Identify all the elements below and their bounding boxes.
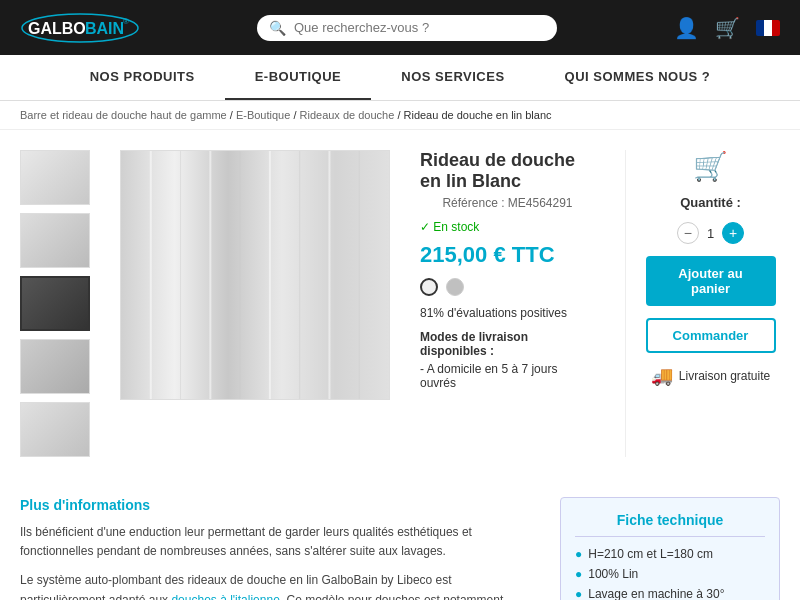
breadcrumb-current: Rideau de douche en lin blanc — [404, 109, 552, 121]
cart-icon-large: 🛒 — [693, 150, 728, 183]
header-icons: 👤 🛒 — [674, 16, 780, 40]
delivery-truck-icon: 🚚 — [651, 365, 673, 387]
more-info-section: Plus d'informations Ils bénéficient d'un… — [0, 477, 800, 600]
color-option-white[interactable] — [420, 278, 438, 296]
quantity-label: Quantité : — [680, 195, 741, 210]
thumbnail-list — [20, 150, 100, 457]
free-delivery: 🚚 Livraison gratuite — [651, 365, 770, 387]
stock-status: En stock — [420, 220, 595, 234]
nav-item-eboutique[interactable]: E-BOUTIQUE — [225, 55, 372, 100]
thumbnail-4[interactable] — [20, 339, 90, 394]
free-delivery-label: Livraison gratuite — [679, 369, 770, 383]
cart-panel: 🛒 Quantité : − 1 + Ajouter au panier Com… — [625, 150, 780, 457]
tech-sheet-title: Fiche technique — [575, 512, 765, 537]
delivery-title: Modes de livraison disponibles : — [420, 330, 595, 358]
ratings: 81% d'évaluations positives — [420, 306, 595, 320]
product-title: Rideau de douche en lin Blanc — [420, 150, 595, 192]
search-icon: 🔍 — [269, 20, 286, 36]
cart-icon[interactable]: 🛒 — [715, 16, 740, 40]
breadcrumb: Barre et rideau de douche haut de gamme … — [0, 101, 800, 130]
tech-sheet: Fiche technique ● H=210 cm et L=180 cm ●… — [560, 497, 780, 600]
quantity-control: − 1 + — [677, 222, 744, 244]
more-info-para-1: Ils bénéficient d'une enduction leur per… — [20, 523, 540, 561]
thumbnail-2[interactable] — [20, 213, 90, 268]
svg-text:BAIN: BAIN — [85, 20, 124, 37]
tech-item-1: ● H=210 cm et L=180 cm — [575, 547, 765, 561]
thumbnail-5[interactable] — [20, 402, 90, 457]
logo: GALBO BAIN ® — [20, 10, 140, 45]
flag-icon[interactable] — [756, 20, 780, 36]
header: GALBO BAIN ® 🔍 👤 🛒 — [0, 0, 800, 55]
product-price: 215,00 € TTC — [420, 242, 595, 268]
svg-rect-5 — [121, 151, 389, 399]
product-section: Rideau de douche en lin Blanc Référence … — [0, 130, 800, 477]
user-icon[interactable]: 👤 — [674, 16, 699, 40]
more-info-text: Plus d'informations Ils bénéficient d'un… — [20, 497, 540, 600]
italian-shower-link[interactable]: douches à l'italienne — [171, 593, 279, 600]
tech-bullet-1: ● — [575, 547, 582, 561]
quantity-increase-button[interactable]: + — [722, 222, 744, 244]
quantity-value: 1 — [707, 226, 714, 241]
color-options — [420, 278, 595, 296]
commander-button[interactable]: Commander — [646, 318, 776, 353]
svg-text:GALBO: GALBO — [28, 20, 86, 37]
quantity-decrease-button[interactable]: − — [677, 222, 699, 244]
thumbnail-3[interactable] — [20, 276, 90, 331]
nav-item-produits[interactable]: NOS PRODUITS — [60, 55, 225, 100]
breadcrumb-link-1[interactable]: Barre et rideau de douche haut de gamme — [20, 109, 227, 121]
breadcrumb-link-2[interactable]: E-Boutique — [236, 109, 290, 121]
breadcrumb-link-3[interactable]: Rideaux de douche — [300, 109, 395, 121]
thumbnail-1[interactable] — [20, 150, 90, 205]
main-product-image — [120, 150, 390, 457]
search-input[interactable] — [294, 20, 545, 35]
product-reference: Référence : ME4564291 — [420, 196, 595, 210]
tech-bullet-3: ● — [575, 587, 582, 600]
search-bar[interactable]: 🔍 — [257, 15, 557, 41]
navigation: NOS PRODUITS E-BOUTIQUE NOS SERVICES QUI… — [0, 55, 800, 101]
more-info-title: Plus d'informations — [20, 497, 540, 513]
product-details: Rideau de douche en lin Blanc Référence … — [410, 150, 605, 457]
delivery-text: - A domicile en 5 à 7 jours ouvrés — [420, 362, 595, 390]
nav-item-quisommes[interactable]: QUI SOMMES NOUS ? — [535, 55, 741, 100]
tech-item-3: ● Lavage en machine à 30° — [575, 587, 765, 600]
nav-item-services[interactable]: NOS SERVICES — [371, 55, 534, 100]
tech-item-2: ● 100% Lin — [575, 567, 765, 581]
tech-bullet-2: ● — [575, 567, 582, 581]
delivery-modes: Modes de livraison disponibles : - A dom… — [420, 330, 595, 390]
color-option-gray[interactable] — [446, 278, 464, 296]
more-info-para-2: Le système auto-plombant des rideaux de … — [20, 571, 540, 600]
svg-text:®: ® — [123, 17, 129, 26]
add-to-cart-button[interactable]: Ajouter au panier — [646, 256, 776, 306]
